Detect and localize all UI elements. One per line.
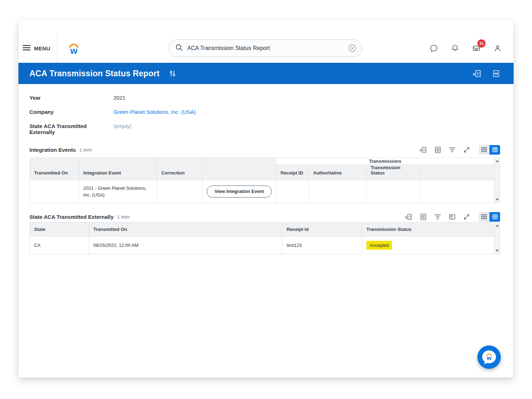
integration-events-count: 1 item xyxy=(79,147,92,153)
assistant-button[interactable]: w xyxy=(477,345,501,369)
inbox-icon[interactable]: 11 xyxy=(472,44,481,53)
company-link[interactable]: Green Planet Solutions, Inc. (USA) xyxy=(113,109,196,115)
top-bar: MENU w 11 xyxy=(18,20,514,63)
cell-transmission-status xyxy=(366,180,420,203)
filter-row-state-aca: State ACA Transmitted Externally (empty) xyxy=(29,123,500,137)
year-value: 2021 xyxy=(113,95,125,101)
view-toggle xyxy=(479,212,500,222)
export-excel-icon[interactable]: x xyxy=(405,213,412,221)
export-excel-icon[interactable]: x xyxy=(419,146,427,154)
grid-columns-icon[interactable] xyxy=(489,212,500,222)
cell-receipt-id xyxy=(276,180,309,203)
col-state[interactable]: State xyxy=(30,222,89,237)
svg-text:x: x xyxy=(405,215,407,219)
cell-blank xyxy=(420,180,494,203)
table-row: 2021 - Green Planet Solutions, Inc. (USA… xyxy=(30,180,494,203)
scroll-down-icon[interactable] xyxy=(496,199,499,201)
cell-state: CA xyxy=(30,237,89,254)
state-aca-table: State Transmitted On Receipt Id Transmis… xyxy=(29,222,500,254)
report-header-bar: ACA Transmission Status Report x PDF xyxy=(18,63,514,84)
col-transmitted-on[interactable]: Transmitted On xyxy=(30,158,79,180)
state-aca-label: State ACA Transmitted Externally xyxy=(29,123,113,135)
filter-settings-icon[interactable] xyxy=(169,70,176,77)
report-content: Year 2021 Company Green Planet Solutions… xyxy=(18,95,514,254)
svg-text:PDF: PDF xyxy=(493,72,500,76)
cell-receipt-id: test123 xyxy=(282,237,362,254)
search-bar xyxy=(168,39,362,57)
svg-text:w: w xyxy=(486,355,492,361)
integration-events-toolbar: x xyxy=(419,145,500,155)
cell-transmitted-on xyxy=(30,180,79,203)
status-badge: Accepted xyxy=(366,241,392,250)
filter-row-company: Company Green Planet Solutions, Inc. (US… xyxy=(29,109,500,123)
search-icon xyxy=(175,44,183,53)
col-blank xyxy=(420,165,494,180)
col-receipt-id[interactable]: Receipt Id xyxy=(282,222,362,237)
cell-transmitted-on: 08/25/2022, 12:00 AM xyxy=(89,237,282,254)
assistant-icon: w xyxy=(477,345,501,369)
menu-button[interactable]: MENU xyxy=(23,44,50,52)
page-title: ACA Transmission Status Report xyxy=(29,69,160,78)
filter-icon[interactable] xyxy=(434,214,441,220)
company-label: Company xyxy=(29,109,113,115)
scroll-up-icon[interactable] xyxy=(496,160,499,162)
cell-action: View Integration Event xyxy=(203,180,276,203)
expand-icon[interactable] xyxy=(463,146,470,153)
integration-events-table: Transmitted On Integration Event Correct… xyxy=(29,157,500,203)
filter-row-year: Year 2021 xyxy=(29,95,500,109)
scroll-down-icon[interactable] xyxy=(496,250,499,252)
chat-icon[interactable] xyxy=(429,44,438,53)
grid-dense-icon[interactable] xyxy=(479,145,489,155)
state-aca-count: 1 item xyxy=(117,214,129,220)
vertical-scrollbar[interactable] xyxy=(494,157,500,203)
svg-text:w: w xyxy=(70,45,78,56)
profile-icon[interactable] xyxy=(493,44,502,53)
cell-correction xyxy=(157,180,203,203)
integration-events-title: Integration Events xyxy=(29,147,76,153)
grid-columns-icon[interactable] xyxy=(489,145,500,155)
export-excel-icon[interactable]: x xyxy=(472,69,482,78)
col-transmitted-on[interactable]: Transmitted On xyxy=(89,222,282,237)
expand-icon[interactable] xyxy=(463,214,470,220)
report-view-icon[interactable] xyxy=(420,213,427,221)
col-actions xyxy=(203,158,276,180)
state-aca-header: State ACA Transmitted Externally 1 item … xyxy=(29,211,500,222)
col-receipt-id[interactable]: Receipt ID xyxy=(276,165,309,180)
inbox-badge: 11 xyxy=(477,39,486,48)
vertical-scrollbar[interactable] xyxy=(494,222,500,254)
col-transmission-status[interactable]: Transmission Status xyxy=(362,222,494,237)
report-view-icon[interactable] xyxy=(434,146,441,154)
topbar-divider xyxy=(57,34,57,62)
export-pdf-icon[interactable]: PDF xyxy=(492,69,501,78)
state-aca-toolbar: x xyxy=(405,212,500,222)
grid-dense-icon[interactable] xyxy=(479,212,489,222)
col-transmission-status[interactable]: Transmission Status xyxy=(366,165,420,180)
filter-icon[interactable] xyxy=(449,147,456,153)
view-integration-event-button[interactable]: View Integration Event xyxy=(207,185,272,198)
year-label: Year xyxy=(29,95,113,101)
group-transmissions: Transmissions xyxy=(276,158,494,165)
view-toggle xyxy=(479,145,500,155)
col-authoritative[interactable]: Authoritative xyxy=(309,165,366,180)
integration-events-header: Integration Events 1 item x xyxy=(29,144,500,155)
state-aca-value: (empty) xyxy=(113,123,132,129)
cell-integration-event: 2021 - Green Planet Solutions, Inc. (USA… xyxy=(79,180,157,203)
menu-label: MENU xyxy=(34,45,50,51)
col-correction[interactable]: Correction xyxy=(157,158,203,180)
scroll-up-icon[interactable] xyxy=(496,225,499,227)
search-input[interactable] xyxy=(187,45,348,51)
notifications-icon[interactable] xyxy=(450,44,460,53)
report-filters: Year 2021 Company Green Planet Solutions… xyxy=(29,95,500,137)
clear-search-icon[interactable] xyxy=(348,44,356,52)
svg-text:x: x xyxy=(420,148,422,152)
menu-icon xyxy=(23,44,31,52)
state-aca-title: State ACA Transmitted Externally xyxy=(29,214,113,220)
freeze-columns-icon[interactable] xyxy=(449,214,456,220)
col-integration-event[interactable]: Integration Event xyxy=(79,158,157,180)
cell-authoritative xyxy=(309,180,366,203)
main-window: MENU w 11 xyxy=(18,20,514,378)
workday-logo[interactable]: w xyxy=(67,42,81,58)
svg-text:x: x xyxy=(473,72,475,77)
topbar-actions: 11 xyxy=(429,44,502,53)
cell-transmission-status: Accepted xyxy=(362,237,494,254)
